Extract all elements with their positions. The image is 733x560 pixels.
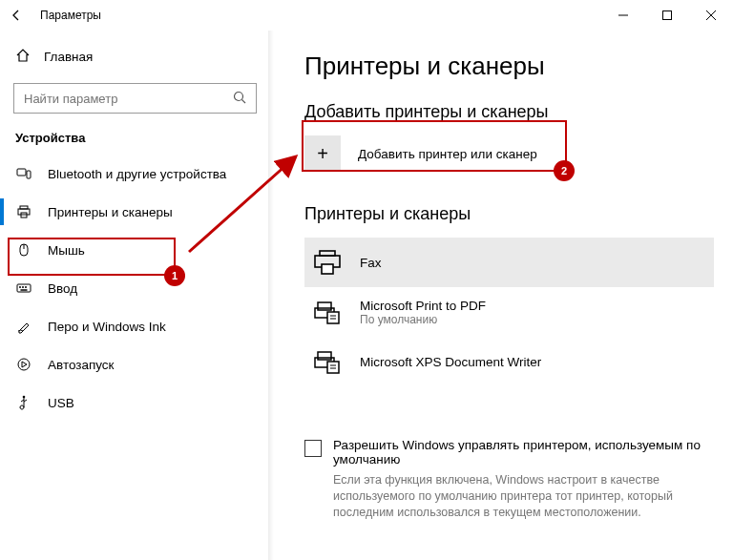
printer-name: Fax [360, 256, 382, 270]
printer-item-pdf[interactable]: Microsoft Print to PDF По умолчанию [304, 287, 714, 337]
sidebar-item-bluetooth[interactable]: Bluetooth и другие устройства [0, 155, 270, 193]
svg-point-2 [235, 92, 243, 100]
sidebar-item-usb[interactable]: USB [0, 384, 270, 422]
svg-rect-4 [17, 169, 26, 176]
sidebar-item-label: Мышь [48, 243, 85, 258]
plus-icon: + [304, 135, 341, 172]
svg-rect-1 [663, 11, 672, 20]
add-section-header: Добавить принтеры и сканеры [304, 102, 714, 122]
minimize-button[interactable] [601, 0, 645, 31]
checkbox-label: Разрешить Windows управлять принтером, и… [333, 438, 714, 467]
usb-icon [15, 395, 32, 410]
printer-item-fax[interactable]: Fax [304, 238, 714, 287]
printer-name: Microsoft XPS Document Writer [360, 355, 541, 369]
svg-rect-28 [327, 362, 339, 373]
sidebar-item-printers[interactable]: Принтеры и сканеры [0, 193, 270, 231]
home-label: Главная [44, 50, 93, 64]
fax-icon [310, 245, 345, 280]
svg-line-3 [242, 99, 246, 103]
svg-point-16 [18, 359, 30, 370]
svg-rect-21 [318, 302, 331, 310]
svg-rect-5 [27, 171, 31, 178]
svg-rect-26 [318, 352, 331, 360]
autoplay-icon [15, 357, 32, 372]
search-icon [233, 91, 246, 107]
main-panel: Принтеры и сканеры Добавить принтеры и с… [270, 31, 733, 560]
printer-doc-icon [310, 295, 345, 329]
svg-point-17 [23, 396, 26, 399]
add-printer-label: Добавить принтер или сканер [358, 147, 537, 161]
svg-rect-7 [18, 209, 30, 215]
page-title: Принтеры и сканеры [304, 52, 714, 81]
sidebar-item-label: USB [48, 396, 74, 410]
back-button[interactable] [8, 9, 25, 22]
sidebar-item-label: Ввод [48, 281, 77, 296]
printer-icon [15, 204, 32, 219]
printer-subtext: По умолчанию [360, 313, 486, 326]
window-title: Параметры [40, 9, 101, 22]
sidebar-item-autoplay[interactable]: Автозапуск [0, 345, 270, 384]
sidebar-item-label: Автозапуск [48, 358, 115, 372]
search-field[interactable] [24, 92, 233, 106]
keyboard-icon [15, 280, 32, 296]
checkbox-description: Если эта функция включена, Windows настр… [333, 472, 677, 521]
add-printer-button[interactable]: + Добавить принтер или сканер [304, 135, 714, 172]
pen-icon [15, 319, 32, 334]
checkbox-icon [304, 440, 322, 457]
svg-rect-11 [17, 284, 31, 292]
devices-icon [15, 166, 32, 181]
sidebar: Главная Устройства Bluetooth и другие ус… [0, 31, 270, 560]
list-section-header: Принтеры и сканеры [304, 204, 714, 224]
svg-rect-20 [322, 264, 333, 274]
sidebar-item-pen[interactable]: Перо и Windows Ink [0, 307, 270, 345]
home-icon [15, 48, 31, 66]
titlebar: Параметры [0, 0, 733, 31]
section-header: Устройства [0, 131, 270, 155]
close-button[interactable] [689, 0, 733, 31]
svg-rect-23 [327, 312, 339, 323]
printer-doc-icon [310, 344, 345, 379]
search-input[interactable] [13, 83, 257, 114]
sidebar-item-label: Принтеры и сканеры [48, 205, 173, 219]
maximize-button[interactable] [645, 0, 689, 31]
mouse-icon [15, 242, 32, 258]
home-link[interactable]: Главная [0, 40, 270, 73]
printer-item-xps[interactable]: Microsoft XPS Document Writer [304, 337, 714, 386]
sidebar-item-label: Bluetooth и другие устройства [48, 167, 226, 181]
sidebar-item-label: Перо и Windows Ink [48, 320, 166, 334]
sidebar-item-mouse[interactable]: Мышь [0, 231, 270, 269]
default-printer-checkbox[interactable]: Разрешить Windows управлять принтером, и… [304, 438, 714, 467]
sidebar-item-typing[interactable]: Ввод [0, 269, 270, 307]
printer-name: Microsoft Print to PDF [360, 299, 486, 313]
